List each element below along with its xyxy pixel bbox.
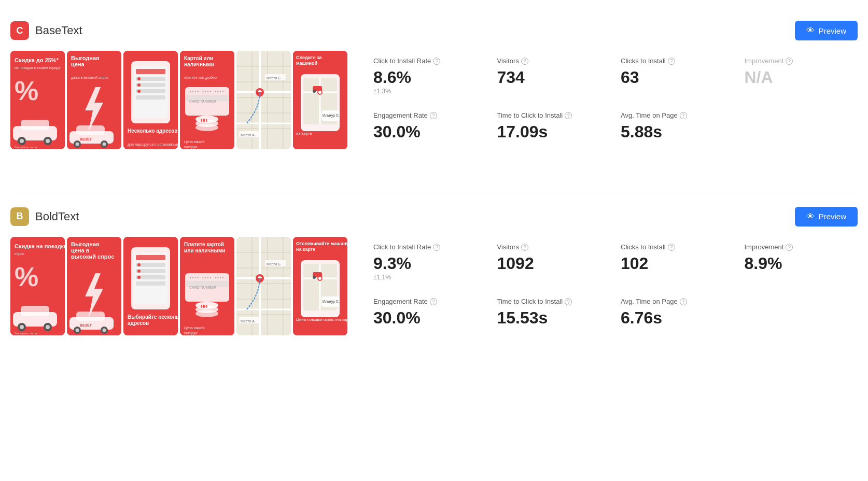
stat-label: Time to Click to Install ?	[497, 111, 600, 120]
screenshot-0: Скидка до 25%* на поездки в вашем городе…	[10, 51, 65, 149]
svg-text:высокий спрос: высокий спрос	[71, 253, 114, 260]
stats-grid: Click to Install Rate ?8.6%±1.3%Visitors…	[363, 51, 858, 160]
svg-text:%: %	[15, 262, 38, 292]
eye-icon: 👁	[806, 212, 815, 221]
svg-point-163	[318, 277, 321, 280]
svg-point-80	[318, 91, 321, 94]
stat-label: Avg. Time on Page ?	[621, 111, 724, 120]
help-icon[interactable]: ?	[668, 244, 675, 251]
stat-value: 15.53s	[497, 309, 600, 326]
stat-value: N/A	[745, 69, 848, 86]
svg-text:Скидка до 25%*: Скидка до 25%*	[15, 57, 59, 63]
svg-text:Выгодная: Выгодная	[71, 241, 100, 247]
svg-text:ВЕЗЁТ: ВЕЗЁТ	[80, 137, 92, 141]
help-icon[interactable]: ?	[786, 58, 793, 65]
screenshot-4: Место А Место Б	[236, 51, 291, 149]
variant-icon: B	[10, 207, 29, 226]
stat-value: 30.0%	[373, 309, 477, 326]
svg-text:машиной: машиной	[296, 61, 317, 66]
svg-point-31	[137, 77, 141, 80]
section-divider	[10, 191, 858, 191]
stat-sub: ±1.3%	[373, 88, 477, 95]
variant-content: Скидка до 25%* на поездки в вашем городе…	[10, 51, 858, 160]
preview-button[interactable]: 👁Preview	[795, 21, 858, 40]
svg-rect-114	[136, 281, 165, 286]
svg-point-91	[20, 325, 24, 329]
stat-label: Avg. Time on Page ?	[621, 298, 724, 306]
stat-value: 8.6%	[373, 69, 477, 86]
stat-cell: Clicks to Install ?63	[610, 51, 734, 105]
variant-name: BaseText	[35, 24, 795, 37]
svg-point-19	[76, 143, 79, 146]
svg-rect-101	[76, 312, 105, 321]
svg-point-7	[20, 139, 24, 143]
help-icon[interactable]: ?	[680, 298, 687, 305]
stat-sub: ±1.1%	[373, 274, 477, 281]
svg-text:•••• •••• ••••: •••• •••• ••••	[189, 276, 224, 280]
screenshot-1: Выгодная цена в высокий спрос ВЕЗЁТ	[67, 237, 121, 335]
stat-value: 1092	[497, 255, 600, 272]
svg-rect-26	[136, 69, 165, 74]
svg-text:Цена вашей: Цена вашей	[184, 140, 205, 144]
variant-name: BoldText	[35, 210, 795, 223]
svg-text:Несколько адресов: Несколько адресов	[128, 128, 177, 134]
svg-text:Платите картой: Платите картой	[184, 242, 224, 247]
stat-value: 63	[621, 69, 724, 86]
variant-section-bold: BBoldText👁Preview Скидка на поездки до 2…	[10, 196, 858, 356]
help-icon[interactable]: ?	[433, 244, 440, 251]
screenshot-1: Выгодная цена даже в высокий спрос ВЕЗЁТ	[67, 51, 121, 149]
svg-point-21	[103, 143, 106, 146]
screenshot-4: Место А Место Б	[236, 237, 291, 335]
svg-text:CARD NUMBER: CARD NUMBER	[189, 286, 216, 289]
svg-text:Цена вашей: Цена вашей	[184, 326, 205, 330]
help-icon[interactable]: ?	[786, 244, 793, 251]
help-icon[interactable]: ?	[668, 58, 675, 65]
help-icon[interactable]: ?	[565, 112, 572, 119]
svg-text:Закажите такси: Закажите такси	[15, 146, 37, 149]
stat-label: Clicks to Install ?	[621, 243, 724, 252]
svg-point-77	[313, 90, 316, 93]
stats-grid: Click to Install Rate ?9.3%±1.1%Visitors…	[363, 237, 858, 346]
stat-cell: Visitors ?1092	[487, 237, 611, 291]
stat-label: Visitors ?	[497, 243, 600, 252]
stat-label: Visitors ?	[497, 57, 600, 66]
stat-cell: Visitors ?734	[487, 51, 611, 105]
stat-value: 734	[497, 69, 600, 86]
svg-text:ВЕЗЁТ: ВЕЗЁТ	[80, 323, 92, 327]
help-icon[interactable]: ?	[680, 112, 687, 119]
svg-text:Следите за: Следите за	[296, 55, 323, 60]
svg-point-115	[137, 263, 141, 266]
svg-rect-30	[136, 95, 165, 100]
svg-text:Место А: Место А	[241, 133, 255, 137]
svg-text:даже в высокий спрос: даже в высокий спрос	[71, 76, 108, 80]
svg-text:адресов: адресов	[128, 320, 149, 326]
help-icon[interactable]: ?	[565, 298, 572, 305]
screenshot-2: Несколько адресов для маршрутов с остано…	[123, 51, 178, 149]
stat-value: 30.0%	[373, 123, 477, 140]
preview-button[interactable]: 👁Preview	[795, 207, 858, 227]
eye-icon: 👁	[806, 26, 815, 35]
screenshot-3: Картой или наличными платите как удобно …	[180, 51, 234, 149]
stat-value: 102	[621, 255, 724, 272]
svg-text:наличными: наличными	[184, 62, 214, 67]
svg-point-117	[137, 276, 141, 279]
svg-text:поездки: поездки	[184, 331, 198, 335]
help-icon[interactable]: ?	[521, 244, 528, 251]
help-icon[interactable]: ?	[430, 112, 437, 119]
stat-cell: Improvement ?N/A	[734, 51, 858, 105]
help-icon[interactable]: ?	[430, 298, 437, 305]
screenshot-2: Выбирайте несколько адресов	[123, 237, 178, 335]
help-icon[interactable]: ?	[521, 58, 528, 65]
svg-text:Место А: Место А	[241, 319, 255, 323]
stat-label: Click to Install Rate ?	[373, 57, 477, 66]
svg-text:Отслеживайте машину: Отслеживайте машину	[296, 241, 347, 246]
screenshot-5: Отслеживайте машину на карте Ильнур С.	[293, 237, 347, 335]
stat-label: Click to Install Rate ?	[373, 243, 477, 252]
svg-text:цена: цена	[71, 61, 85, 67]
stat-cell-empty	[734, 291, 858, 346]
svg-text:Место Б: Место Б	[267, 262, 281, 266]
help-icon[interactable]: ?	[433, 58, 440, 65]
stat-value: 6.76s	[621, 309, 724, 326]
svg-text:HH: HH	[201, 118, 207, 123]
stat-label: Engagement Rate ?	[373, 111, 477, 120]
